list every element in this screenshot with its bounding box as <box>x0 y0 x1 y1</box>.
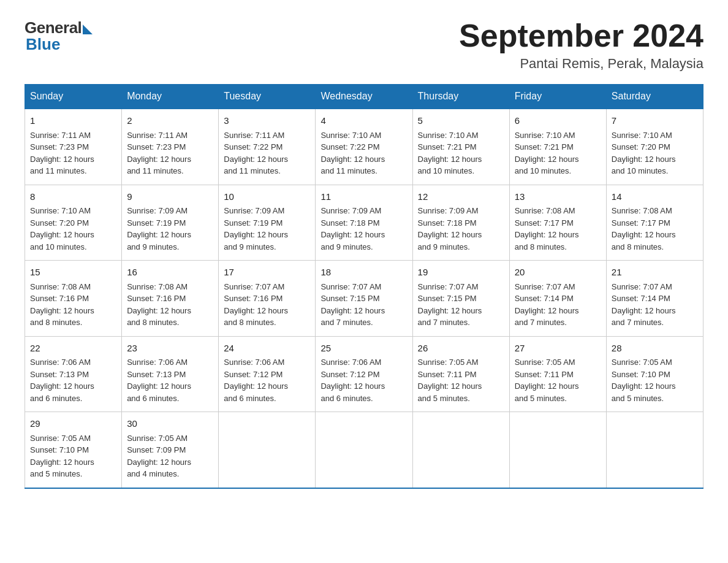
day-info: Sunrise: 7:09 AMSunset: 7:18 PMDaylight:… <box>320 206 385 251</box>
day-number: 3 <box>224 114 310 128</box>
day-number: 18 <box>320 266 407 280</box>
weekday-header-tuesday: Tuesday <box>219 85 316 109</box>
day-number: 7 <box>612 114 698 128</box>
calendar-cell: 30 Sunrise: 7:05 AMSunset: 7:09 PMDaylig… <box>122 412 219 488</box>
day-info: Sunrise: 7:07 AMSunset: 7:15 PMDaylight:… <box>418 282 482 327</box>
day-info: Sunrise: 7:10 AMSunset: 7:22 PMDaylight:… <box>320 131 385 176</box>
calendar-cell: 6 Sunrise: 7:10 AMSunset: 7:21 PMDayligh… <box>509 109 606 185</box>
day-info: Sunrise: 7:08 AMSunset: 7:16 PMDaylight:… <box>30 282 94 327</box>
day-info: Sunrise: 7:11 AMSunset: 7:23 PMDaylight:… <box>127 131 191 176</box>
day-number: 19 <box>418 266 504 280</box>
day-number: 4 <box>320 114 407 128</box>
day-info: Sunrise: 7:09 AMSunset: 7:19 PMDaylight:… <box>224 206 288 251</box>
day-info: Sunrise: 7:07 AMSunset: 7:14 PMDaylight:… <box>515 282 579 327</box>
day-info: Sunrise: 7:11 AMSunset: 7:23 PMDaylight:… <box>30 131 94 176</box>
day-number: 6 <box>515 114 601 128</box>
day-info: Sunrise: 7:05 AMSunset: 7:11 PMDaylight:… <box>515 358 579 403</box>
calendar-table: SundayMondayTuesdayWednesdayThursdayFrid… <box>25 84 703 489</box>
calendar-cell: 27 Sunrise: 7:05 AMSunset: 7:11 PMDaylig… <box>509 336 606 412</box>
day-info: Sunrise: 7:09 AMSunset: 7:19 PMDaylight:… <box>127 206 191 251</box>
calendar-cell: 12 Sunrise: 7:09 AMSunset: 7:18 PMDaylig… <box>412 185 509 261</box>
day-info: Sunrise: 7:08 AMSunset: 7:17 PMDaylight:… <box>515 206 579 251</box>
day-info: Sunrise: 7:09 AMSunset: 7:18 PMDaylight:… <box>418 206 482 251</box>
day-number: 25 <box>320 342 407 356</box>
day-number: 20 <box>515 266 601 280</box>
day-info: Sunrise: 7:11 AMSunset: 7:22 PMDaylight:… <box>224 131 288 176</box>
calendar-cell: 20 Sunrise: 7:07 AMSunset: 7:14 PMDaylig… <box>509 261 606 337</box>
day-info: Sunrise: 7:10 AMSunset: 7:20 PMDaylight:… <box>30 206 94 251</box>
day-number: 22 <box>30 342 116 356</box>
calendar-cell: 3 Sunrise: 7:11 AMSunset: 7:22 PMDayligh… <box>219 109 316 185</box>
location-text: Pantai Remis, Perak, Malaysia <box>459 56 703 72</box>
page-header: General Blue September 2024 Pantai Remis… <box>25 18 703 72</box>
day-info: Sunrise: 7:10 AMSunset: 7:21 PMDaylight:… <box>515 131 579 176</box>
day-info: Sunrise: 7:05 AMSunset: 7:09 PMDaylight:… <box>127 434 191 479</box>
weekday-header-saturday: Saturday <box>606 85 703 109</box>
logo-blue-text: Blue <box>26 35 60 54</box>
day-number: 12 <box>418 190 504 204</box>
calendar-cell: 2 Sunrise: 7:11 AMSunset: 7:23 PMDayligh… <box>122 109 219 185</box>
day-info: Sunrise: 7:08 AMSunset: 7:16 PMDaylight:… <box>127 282 191 327</box>
calendar-cell: 22 Sunrise: 7:06 AMSunset: 7:13 PMDaylig… <box>25 336 122 412</box>
day-number: 2 <box>127 114 213 128</box>
day-info: Sunrise: 7:05 AMSunset: 7:10 PMDaylight:… <box>612 358 676 403</box>
weekday-header-sunday: Sunday <box>25 85 122 109</box>
calendar-cell: 9 Sunrise: 7:09 AMSunset: 7:19 PMDayligh… <box>122 185 219 261</box>
day-number: 9 <box>127 190 213 204</box>
calendar-cell: 23 Sunrise: 7:06 AMSunset: 7:13 PMDaylig… <box>122 336 219 412</box>
calendar-cell: 28 Sunrise: 7:05 AMSunset: 7:10 PMDaylig… <box>606 336 703 412</box>
day-number: 17 <box>224 266 310 280</box>
weekday-header-wednesday: Wednesday <box>316 85 412 109</box>
calendar-week-row: 22 Sunrise: 7:06 AMSunset: 7:13 PMDaylig… <box>25 336 703 412</box>
logo: General Blue <box>25 18 93 54</box>
day-number: 13 <box>515 190 601 204</box>
calendar-cell: 24 Sunrise: 7:06 AMSunset: 7:12 PMDaylig… <box>219 336 316 412</box>
day-number: 16 <box>127 266 213 280</box>
calendar-cell <box>509 412 606 488</box>
day-info: Sunrise: 7:07 AMSunset: 7:16 PMDaylight:… <box>224 282 288 327</box>
day-number: 21 <box>612 266 698 280</box>
calendar-cell: 14 Sunrise: 7:08 AMSunset: 7:17 PMDaylig… <box>606 185 703 261</box>
day-number: 11 <box>320 190 407 204</box>
day-number: 29 <box>30 417 116 431</box>
calendar-cell <box>316 412 412 488</box>
calendar-cell: 16 Sunrise: 7:08 AMSunset: 7:16 PMDaylig… <box>122 261 219 337</box>
logo-arrow-icon <box>83 25 93 34</box>
day-info: Sunrise: 7:06 AMSunset: 7:12 PMDaylight:… <box>320 358 385 403</box>
calendar-cell: 19 Sunrise: 7:07 AMSunset: 7:15 PMDaylig… <box>412 261 509 337</box>
day-info: Sunrise: 7:05 AMSunset: 7:10 PMDaylight:… <box>30 434 94 479</box>
day-number: 28 <box>612 342 698 356</box>
day-info: Sunrise: 7:05 AMSunset: 7:11 PMDaylight:… <box>418 358 482 403</box>
calendar-cell: 10 Sunrise: 7:09 AMSunset: 7:19 PMDaylig… <box>219 185 316 261</box>
calendar-cell: 21 Sunrise: 7:07 AMSunset: 7:14 PMDaylig… <box>606 261 703 337</box>
day-info: Sunrise: 7:08 AMSunset: 7:17 PMDaylight:… <box>612 206 676 251</box>
calendar-cell <box>606 412 703 488</box>
calendar-cell: 25 Sunrise: 7:06 AMSunset: 7:12 PMDaylig… <box>316 336 412 412</box>
day-number: 26 <box>418 342 504 356</box>
calendar-cell <box>219 412 316 488</box>
day-number: 10 <box>224 190 310 204</box>
calendar-cell: 15 Sunrise: 7:08 AMSunset: 7:16 PMDaylig… <box>25 261 122 337</box>
calendar-week-row: 15 Sunrise: 7:08 AMSunset: 7:16 PMDaylig… <box>25 261 703 337</box>
calendar-cell: 8 Sunrise: 7:10 AMSunset: 7:20 PMDayligh… <box>25 185 122 261</box>
day-number: 1 <box>30 114 116 128</box>
calendar-cell: 1 Sunrise: 7:11 AMSunset: 7:23 PMDayligh… <box>25 109 122 185</box>
day-number: 14 <box>612 190 698 204</box>
calendar-cell: 4 Sunrise: 7:10 AMSunset: 7:22 PMDayligh… <box>316 109 412 185</box>
day-info: Sunrise: 7:07 AMSunset: 7:15 PMDaylight:… <box>320 282 385 327</box>
day-info: Sunrise: 7:10 AMSunset: 7:21 PMDaylight:… <box>418 131 482 176</box>
calendar-week-row: 1 Sunrise: 7:11 AMSunset: 7:23 PMDayligh… <box>25 109 703 185</box>
day-number: 5 <box>418 114 504 128</box>
calendar-cell <box>412 412 509 488</box>
weekday-header-row: SundayMondayTuesdayWednesdayThursdayFrid… <box>25 85 703 109</box>
calendar-cell: 17 Sunrise: 7:07 AMSunset: 7:16 PMDaylig… <box>219 261 316 337</box>
calendar-cell: 7 Sunrise: 7:10 AMSunset: 7:20 PMDayligh… <box>606 109 703 185</box>
calendar-cell: 18 Sunrise: 7:07 AMSunset: 7:15 PMDaylig… <box>316 261 412 337</box>
month-title: September 2024 <box>459 18 703 53</box>
calendar-week-row: 8 Sunrise: 7:10 AMSunset: 7:20 PMDayligh… <box>25 185 703 261</box>
day-number: 24 <box>224 342 310 356</box>
calendar-cell: 11 Sunrise: 7:09 AMSunset: 7:18 PMDaylig… <box>316 185 412 261</box>
day-info: Sunrise: 7:07 AMSunset: 7:14 PMDaylight:… <box>612 282 676 327</box>
day-number: 27 <box>515 342 601 356</box>
weekday-header-friday: Friday <box>509 85 606 109</box>
